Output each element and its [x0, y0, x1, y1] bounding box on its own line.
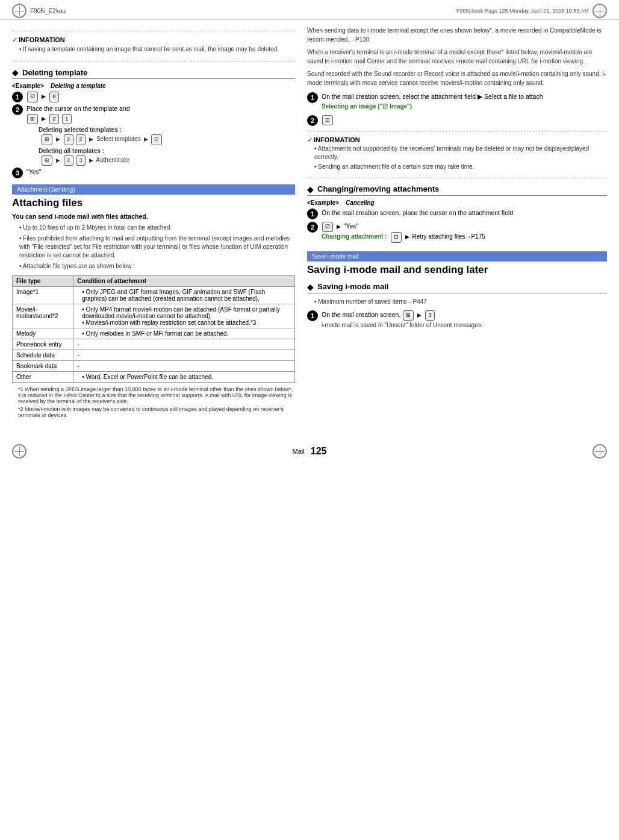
right-step-2-num: 2 — [307, 115, 318, 126]
step-1-content: ☑ ▶ 8 — [26, 92, 295, 102]
type-movie: Movie/i-motion/sound*2 — [13, 304, 73, 328]
table-row: Melody Only melodies in SMF or MFi forma… — [13, 328, 295, 339]
right-sep-2 — [307, 178, 607, 178]
change-step-1-num: 1 — [307, 208, 318, 219]
right-column: When sending data to i-mode terminal exc… — [307, 26, 607, 420]
key-select-2: ⊡ — [391, 232, 402, 243]
attachment-section-bar: Attachment (Sending) — [12, 184, 295, 195]
change-attach-label: Changing attachment : — [322, 233, 387, 240]
bottom-bar: Mail 125 — [0, 438, 619, 465]
right-step-1: 1 On the mail creation screen, select th… — [307, 92, 607, 111]
deleting-all-label: Deleting all templates : — [39, 148, 104, 154]
info-section-right: ✓INFORMATION Attachments not supported b… — [307, 136, 607, 172]
key-menu-save: ⊞ — [403, 310, 414, 321]
right-para2: When a receiver's terminal is an i-mode … — [307, 48, 607, 66]
attach-bullet-3: Attachable file types are as shown below… — [12, 261, 295, 272]
key-22b: 2 — [76, 134, 86, 145]
delete-step-2: 2 Place the cursor on the template and ⊞… — [12, 104, 295, 166]
left-column: ✓✓INFORMATIONINFORMATION If saving a tem… — [12, 26, 295, 420]
right-step-1-content: On the mail creation screen, select the … — [322, 92, 607, 111]
saving-sub-title: Saving i-mode mail — [317, 282, 388, 291]
cond-phonebook: - — [73, 339, 295, 350]
saving-bullet-1: Maximum number of saved items→P447 — [307, 297, 607, 307]
arrow-1: ▶ — [42, 93, 46, 99]
cond-schedule: - — [73, 350, 295, 361]
key-22: 2 — [64, 134, 73, 145]
type-phonebook: Phonebook entry — [13, 339, 73, 350]
delete-step-1: 1 ☑ ▶ 8 — [12, 92, 295, 102]
col-filetype: File type — [13, 276, 73, 287]
step-3-num: 3 — [12, 168, 23, 178]
info-title-right: ✓INFORMATION — [307, 136, 607, 144]
right-sep-1 — [307, 131, 607, 131]
cond-bookmark: - — [73, 361, 295, 372]
changing-section-title: Changing/removing attachments — [317, 184, 439, 193]
info-section-top: ✓✓INFORMATIONINFORMATION If saving a tem… — [12, 36, 295, 55]
key-menu-icon: ☑ — [27, 92, 38, 102]
type-other: Other — [13, 372, 73, 383]
changing-section-header: ◆ Changing/removing attachments — [307, 184, 607, 196]
saving-note: i-mode mail is saved in "Unsent" folder … — [322, 322, 483, 328]
table-row: Other Word, Excel or PowerPoint file can… — [13, 372, 295, 383]
cond-other-text: Word, Excel or PowerPoint file can be at… — [77, 374, 291, 380]
attach-bullet-2: Files prohibited from attaching to mail … — [12, 233, 295, 261]
right-step-2-content: ⊡ — [322, 115, 607, 126]
cond-movie-2: Movies/i-motion with replay restriction … — [77, 319, 291, 326]
cond-movie-1: Only MP4 format movie/i-motion can be at… — [77, 306, 291, 319]
check-icon: ✓ — [12, 36, 17, 43]
cond-melody: Only melodies in SMF or MFi format can b… — [73, 328, 295, 339]
cond-movie: Only MP4 format movie/i-motion can be at… — [73, 304, 295, 328]
key-select-right: ⊡ — [322, 115, 333, 126]
deleting-selected-content: ⊞ ▶ 2 2 ▶ Select templates ▶ ⊡ — [41, 136, 163, 142]
filename: F905i_E2kou — [30, 8, 66, 14]
selecting-image-label: Selecting an image ("☑ Image") — [322, 103, 412, 110]
step-2-num: 2 — [12, 104, 23, 115]
right-step-1-num: 1 — [307, 92, 318, 103]
table-row: Bookmark data - — [13, 361, 295, 372]
key-3: 3 — [425, 310, 435, 321]
right-para3: Sound recorded with the Sound recorder o… — [307, 69, 607, 87]
right-intro: When sending data to i-mode terminal exc… — [307, 26, 607, 44]
deleting-all-content: ⊞ ▶ 2 3 ▶ Authenticate — [41, 157, 129, 163]
saving-sub-header: ◆ Saving i-mode mail — [307, 282, 607, 293]
key-menu-2: ⊞ — [27, 114, 38, 125]
example-label-cancel: <Example> Canceling — [307, 199, 607, 206]
type-bookmark: Bookmark data — [13, 361, 73, 372]
page-footer: Mail 125 — [293, 444, 327, 459]
sub-item-selected: Deleting selected templates : ⊞ ▶ 2 2 ▶ … — [39, 125, 295, 145]
cond-image-text: Only JPEG and GIF format images, GIF ani… — [77, 289, 291, 302]
key-23a: 2 — [64, 155, 73, 166]
page-header: F905i_E2kou F905i.book Page 125 Monday, … — [0, 0, 619, 20]
saving-step-1: 1 On the mail creation screen, ⊞ ▶ 3 i-m… — [307, 310, 607, 330]
arrow-2a: ▶ — [42, 116, 46, 122]
save-section-bar: Save i-mode mail — [307, 251, 607, 262]
change-step-2: 2 ☑ ▶ "Yes" Changing attachment : ⊡ ▶ Re… — [307, 222, 607, 243]
type-image: Image*1 — [13, 287, 73, 304]
table-row: Movie/i-motion/sound*2 Only MP4 format m… — [13, 304, 295, 328]
attaching-files-title: Attaching files — [12, 197, 295, 209]
key-23b: 3 — [76, 155, 86, 166]
deleting-template-header: ◆ Deleting template — [12, 67, 295, 79]
saving-big-title: Saving i-mode mail and sending later — [307, 264, 607, 276]
footnote-1: *1 When sending a JPEG image larger than… — [12, 386, 295, 404]
info-right-bullet-1: Attachments not supported by the receive… — [307, 144, 607, 162]
diamond-icon-2: ◆ — [307, 184, 314, 194]
change-step-1: 1 On the mail creation screen, place the… — [307, 208, 607, 219]
attach-bullet-1: Up to 10 files of up to 2 Mbytes in tota… — [12, 222, 295, 233]
key-2: 2 — [49, 114, 59, 125]
crosshair-bottom-left — [12, 444, 26, 459]
footnote-2: *2 Movie/i-motion with images may be con… — [12, 406, 295, 418]
table-row: Schedule data - — [13, 350, 295, 361]
main-content: ✓✓INFORMATIONINFORMATION If saving a tem… — [0, 20, 619, 426]
key-m1: ⊞ — [42, 134, 52, 145]
saving-step-1-content: On the mail creation screen, ⊞ ▶ 3 i-mod… — [322, 310, 607, 330]
cond-melody-text: Only melodies in SMF or MFi format can b… — [77, 330, 291, 337]
crosshair-bottom-right — [593, 444, 607, 459]
table-row: Image*1 Only JPEG and GIF format images,… — [13, 287, 295, 304]
page-number: 125 — [311, 446, 327, 457]
key-select-icon: ⊡ — [151, 134, 162, 145]
check-icon-right: ✓ — [307, 136, 313, 143]
key-1: 1 — [62, 114, 72, 125]
sub-item-all: Deleting all templates : ⊞ ▶ 2 3 ▶ Authe… — [39, 146, 295, 166]
cond-image: Only JPEG and GIF format images, GIF ani… — [73, 287, 295, 304]
